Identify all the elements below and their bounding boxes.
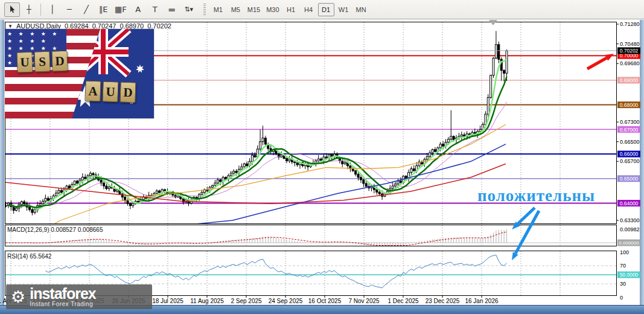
tile-letter: D <box>51 51 68 72</box>
tile-letter: S <box>34 51 50 72</box>
svg-text:24 Sep 2025: 24 Sep 2025 <box>269 298 303 304</box>
svg-text:18 Jul 2025: 18 Jul 2025 <box>152 298 183 304</box>
svg-text:0.67300: 0.67300 <box>620 119 640 125</box>
svg-text:16 Jan 2026: 16 Jan 2026 <box>465 298 498 304</box>
svg-text:16 Oct 2025: 16 Oct 2025 <box>308 298 342 304</box>
annotation-text: положительны <box>477 187 595 205</box>
price-axis: 0.712800.704800.696800.673000.665000.657… <box>616 21 640 301</box>
price-label-0.64000: 0.64000 <box>617 200 640 207</box>
usd-tiles: USD <box>16 50 69 72</box>
orange_ma-line <box>5 124 506 252</box>
svg-text:0.67000: 0.67000 <box>620 127 639 133</box>
metatrader-window: ┼ │ ─ ╱ ∥E ▦F A T ▬ ⇅▾ M1 M5 M15 M30 H1 … <box>0 0 644 314</box>
svg-text:0: 0 <box>620 295 623 301</box>
watermark-tagline: Instant Forex Trading <box>30 301 95 307</box>
price-label-0.66000: 0.66000 <box>617 151 640 158</box>
macd-label: MACD(12,26,9) 0.008527 0.008665 <box>7 226 103 233</box>
aud-tiles: AUD <box>84 80 138 103</box>
svg-text:50.0000: 50.0000 <box>620 272 639 278</box>
svg-text:0.65700: 0.65700 <box>620 158 640 164</box>
svg-text:0.70202: 0.70202 <box>620 48 639 54</box>
svg-text:0.66000: 0.66000 <box>620 151 639 157</box>
svg-text:0.69000: 0.69000 <box>620 77 639 83</box>
blue-arrows <box>512 208 539 260</box>
instaforex-watermark: ⚙ instaforex Instant Forex Trading <box>6 284 152 309</box>
svg-text:0.64000: 0.64000 <box>620 200 639 207</box>
watermark-brand: instaforex <box>30 287 95 301</box>
svg-text:0.69680: 0.69680 <box>620 60 640 66</box>
svg-text:30: 30 <box>620 281 626 287</box>
svg-text:0.70480: 0.70480 <box>620 41 640 47</box>
symbol-dropdown-arrow[interactable]: ▼ <box>8 24 13 29</box>
usd-aud-flag-image: ★ ★ ★ ★ ★★ ★ ★ ★★ ★ ★ ★ ★★ ★ ★ ★★ ★ ★ ★ … <box>5 29 154 118</box>
high-marker-triangle <box>489 20 497 25</box>
svg-text:0.63300: 0.63300 <box>620 217 640 223</box>
tile-letter: A <box>84 80 101 101</box>
price-label-0.69000: 0.69000 <box>617 77 640 83</box>
ohlc-open: 0.69284 <box>65 22 89 30</box>
price-label-0.65000: 0.65000 <box>617 175 640 182</box>
macd-zero-label: 0.000000 <box>617 240 640 246</box>
tile-letter: D <box>120 82 136 103</box>
rsi-line <box>45 255 506 287</box>
svg-text:7 Nov 2025: 7 Nov 2025 <box>348 298 380 304</box>
current-price-label: 0.70202 <box>617 47 640 54</box>
tile-letter: U <box>16 52 33 73</box>
ohlc-low: 0.68970 <box>120 22 144 30</box>
svg-text:0.00982: 0.00982 <box>620 226 640 232</box>
ohlc-close: 0.70202 <box>147 22 171 30</box>
price-label-0.68000: 0.68000 <box>617 101 640 108</box>
svg-text:2 Sep 2025: 2 Sep 2025 <box>231 298 262 304</box>
svg-text:0.000000: 0.000000 <box>619 240 639 246</box>
svg-text:0.66500: 0.66500 <box>620 139 640 145</box>
rsi-50-label: 50.0000 <box>617 272 640 278</box>
chart-title: AUDUSD,Daily <box>16 22 61 30</box>
chart-title-bar: ▼ AUDUSD,Daily 0.69284 0.70247 0.68970 0… <box>8 22 171 30</box>
tile-letter: U <box>102 82 118 103</box>
svg-text:100: 100 <box>620 249 629 255</box>
ohlc-high: 0.70247 <box>92 22 116 30</box>
svg-text:0.71280: 0.71280 <box>620 21 640 27</box>
svg-text:11 Aug 2025: 11 Aug 2025 <box>190 298 224 304</box>
svg-text:70: 70 <box>620 263 626 269</box>
instaforex-logo-icon: ⚙ <box>11 289 25 305</box>
price-label-0.67000: 0.67000 <box>617 126 640 133</box>
svg-text:0.65000: 0.65000 <box>620 176 639 182</box>
svg-text:23 Dec 2025: 23 Dec 2025 <box>426 298 460 304</box>
rsi-label: RSI(14) 65.5642 <box>7 253 51 260</box>
svg-text:1 Dec 2025: 1 Dec 2025 <box>387 298 419 304</box>
macd-signal-line <box>6 232 507 246</box>
svg-text:0.68000: 0.68000 <box>620 102 639 108</box>
